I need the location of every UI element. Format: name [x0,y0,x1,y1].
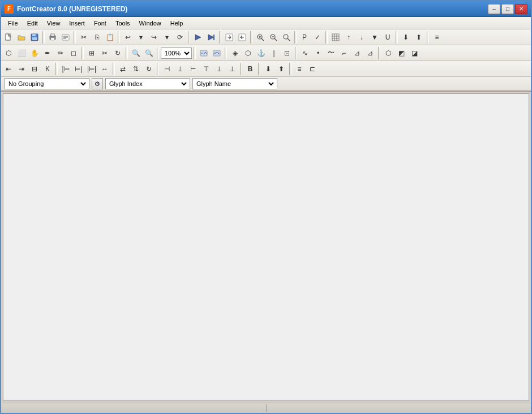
filter-dropdown[interactable]: Glyph Name Unicode Value Glyph Index [192,78,277,89]
advance-right-button[interactable]: ⇥ [15,63,28,75]
node-select-button[interactable]: ◈ [229,47,241,59]
img-import-button[interactable] [198,47,210,59]
unicode2-button[interactable]: ⊏ [306,63,319,75]
sort-desc-button[interactable]: ↓ [355,31,368,44]
undo-dropdown-button[interactable]: ▾ [135,31,147,44]
metrics3-button[interactable]: |⊨| [85,63,98,75]
menu-font[interactable]: Font [89,18,111,29]
arrow-down-button[interactable]: ⬇ [400,31,412,44]
align-left-button[interactable]: ⊣ [161,63,173,75]
redo-button[interactable]: ↪ [148,31,160,44]
redo-dropdown-button[interactable]: ▾ [161,31,173,44]
align-bottom-button[interactable]: ⊥ [226,63,238,75]
generate-button[interactable] [192,31,204,44]
zoom-dropdown[interactable]: 100% 150% 200% [161,48,192,59]
menu-edit[interactable]: Edit [23,18,42,29]
open-button[interactable] [15,31,28,44]
zoom-plus-tool[interactable]: 🔍 [143,47,155,59]
zoom-out-button[interactable] [267,31,280,44]
grouping-settings-button[interactable]: ⚙ [92,78,103,89]
rotate90-button[interactable]: ↻ [143,63,155,75]
tangent-button[interactable]: ⊿ [351,47,363,59]
metrics-button[interactable]: |⊨ [59,63,72,75]
close-button[interactable]: ✕ [515,4,527,14]
arrow-up-button[interactable]: ⬆ [413,31,425,44]
grouping-select[interactable]: No Grouping By Unicode Range By Script [6,80,88,88]
pencil-tool[interactable]: ✏ [54,47,67,59]
align-vcenter-button[interactable]: ⊥ [213,63,225,75]
sort-dropdown[interactable]: Glyph Index Glyph Name Unicode Value [105,78,190,89]
download-button[interactable]: ⬇ [262,63,274,75]
menu-insert[interactable]: Insert [65,18,89,29]
restore-button[interactable]: ⟳ [174,31,186,44]
align-right-button[interactable]: ⊢ [187,63,199,75]
curve-button[interactable]: ∿ [299,47,311,59]
table-button[interactable] [329,31,342,44]
decompose-button[interactable]: ◪ [408,47,421,59]
zoom-tool[interactable]: 🔍 [130,47,142,59]
advance-button[interactable]: ↔ [98,63,111,75]
flip-h-button[interactable]: ⇄ [117,63,129,75]
maximize-button[interactable]: □ [501,4,514,14]
pen-tool[interactable]: ✒ [41,47,54,59]
advance-left-button[interactable]: ⇤ [2,63,15,75]
menu-window[interactable]: Window [135,18,166,29]
component-button[interactable]: ◩ [395,47,407,59]
sort-select[interactable]: Glyph Index Glyph Name Unicode Value [107,80,188,88]
smooth-button[interactable]: 〜 [325,47,337,59]
select-tool[interactable]: ⬡ [2,47,15,59]
metrics2-button[interactable]: ⊨| [72,63,85,75]
menu-view[interactable]: View [42,18,65,29]
bitmap-tool[interactable]: ⊞ [85,47,98,59]
tangent2-button[interactable]: ⊿ [364,47,376,59]
kern-button[interactable]: K [41,63,54,75]
unicode-button[interactable]: U [381,31,394,44]
grouping-dropdown[interactable]: No Grouping By Unicode Range By Script [5,78,89,89]
cut-contour-tool[interactable]: ✂ [98,47,111,59]
img-trace-button[interactable] [211,47,223,59]
new-button[interactable] [2,31,15,44]
paste-button[interactable]: 📋 [104,31,116,44]
import-button[interactable] [223,31,235,44]
rotate-tool[interactable]: ↻ [111,47,124,59]
sort-asc-button[interactable]: ↑ [342,31,355,44]
print-button[interactable] [46,31,59,44]
filter-select[interactable]: Glyph Name Unicode Value Glyph Index [194,80,276,88]
validate-button[interactable]: ✓ [311,31,324,44]
extra-button[interactable]: ≡ [431,31,443,44]
snap-button[interactable]: ⊡ [281,47,293,59]
flip-v-button[interactable]: ⇅ [130,63,142,75]
menu-tools[interactable]: Tools [111,18,135,29]
test-button[interactable] [205,31,217,44]
eraser-tool[interactable]: ◻ [67,47,80,59]
copy-button[interactable]: ⎘ [91,31,103,44]
point-button[interactable]: • [312,47,324,59]
save-button[interactable] [28,31,41,44]
sidebearing-button[interactable]: ⊟ [28,63,41,75]
rect-select-tool[interactable]: ⬜ [15,47,28,59]
filter-button[interactable]: ▼ [368,31,381,44]
align-top-button[interactable]: ⊤ [200,63,212,75]
corner-button[interactable]: ⌐ [338,47,350,59]
minimize-button[interactable]: – [488,4,500,14]
upload-button[interactable]: ⬆ [275,63,288,75]
svg-marker-13 [208,34,214,40]
bold-button[interactable]: B [244,63,256,75]
align-center-button[interactable]: ⊥ [174,63,186,75]
guideline-button[interactable]: | [268,47,280,59]
codepage-button[interactable]: P [298,31,311,44]
contour-button[interactable]: ⬡ [242,47,254,59]
undo-button[interactable]: ↩ [122,31,134,44]
properties-button[interactable] [59,31,72,44]
hand-tool[interactable]: ✋ [28,47,41,59]
menu-file[interactable]: File [3,18,23,29]
cut-button[interactable]: ✂ [78,31,90,44]
extra2-button[interactable]: ≡ [293,63,306,75]
menu-help[interactable]: Help [166,18,188,29]
title-controls: – □ ✕ [488,4,527,14]
glyph-link-button[interactable]: ⬡ [382,47,394,59]
export-button[interactable] [236,31,248,44]
zoom-in-button[interactable] [254,31,267,44]
anchor-button[interactable]: ⚓ [255,47,267,59]
zoom-select-button[interactable] [280,31,293,44]
